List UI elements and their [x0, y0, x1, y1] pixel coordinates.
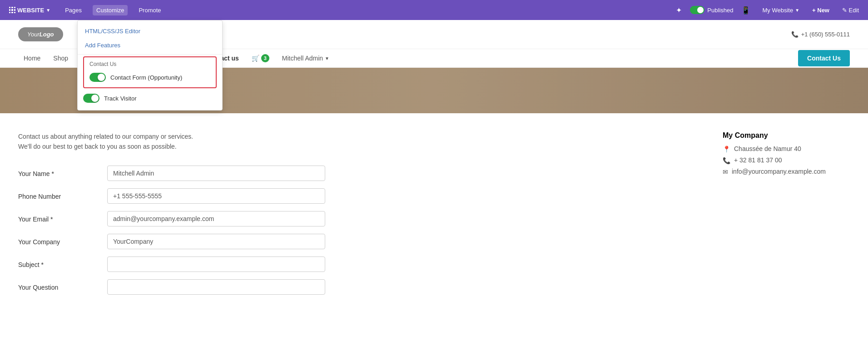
name-label: Your Name *	[18, 166, 100, 177]
company-phone-row: 📞 + 32 81 81 37 00	[723, 156, 850, 164]
promote-button[interactable]: Promote	[135, 5, 164, 15]
published-label: Published	[707, 7, 733, 14]
name-field-row: Your Name *	[18, 166, 695, 181]
track-visitor-label: Track Visitor	[104, 95, 137, 102]
company-input[interactable]	[107, 234, 325, 249]
cart-count: 3	[261, 54, 269, 62]
contact-us-section-box: Contact Us Contact Form (Opportunity)	[83, 56, 217, 88]
add-features-menu-item[interactable]: Add Features	[78, 38, 222, 52]
top-bar: WEBSITE ▼ Pages Customize Promote ✦ Publ…	[0, 0, 868, 20]
company-name: My Company	[723, 131, 850, 140]
name-input[interactable]	[107, 166, 325, 181]
phone-icon-info: 📞	[723, 157, 730, 164]
nav-home[interactable]: Home	[18, 49, 46, 67]
email-field-row: Your Email *	[18, 211, 695, 226]
pages-button[interactable]: Pages	[61, 5, 85, 15]
question-label: Your Question	[18, 279, 100, 291]
grid-icon	[9, 7, 15, 13]
subject-required: *	[41, 261, 44, 268]
header-phone: 📞 +1 (650) 555-0111	[791, 31, 850, 38]
subject-label: Subject *	[18, 256, 100, 268]
track-visitor-toggle[interactable]	[83, 94, 99, 103]
contact-form-label: Contact Form (Opportunity)	[110, 74, 182, 81]
customize-button[interactable]: Customize	[93, 5, 128, 15]
track-visitor-row: Track Visitor	[78, 90, 222, 106]
contact-form-section: Contact us about anything related to our…	[18, 131, 695, 302]
phone-icon: 📞	[791, 31, 799, 38]
phone-label: Phone Number	[18, 188, 100, 200]
phone-field-row: Phone Number	[18, 188, 695, 204]
subject-field-row: Subject *	[18, 256, 695, 272]
integrations-icon[interactable]: ✦	[673, 4, 684, 16]
new-button[interactable]: + New	[808, 5, 833, 15]
published-toggle[interactable]	[690, 6, 704, 14]
email-required: *	[50, 216, 53, 223]
admin-menu-button[interactable]: Mitchell Admin ▼	[277, 51, 335, 65]
html-editor-menu-item[interactable]: HTML/CSS/JS Editor	[78, 24, 222, 38]
website-label: WEBSITE	[17, 7, 44, 14]
chevron-down-icon-2: ▼	[795, 8, 799, 13]
email-label: Your Email *	[18, 211, 100, 223]
company-field-row: Your Company	[18, 234, 695, 249]
admin-label: Mitchell Admin	[282, 55, 323, 62]
contact-form-toggle[interactable]	[89, 73, 106, 82]
website-menu-button[interactable]: WEBSITE ▼	[5, 5, 54, 15]
logo-text: YourLogo	[27, 31, 54, 38]
customize-dropdown: HTML/CSS/JS Editor Add Features Contact …	[77, 20, 223, 111]
company-email-row: ✉ info@yourcompany.example.com	[723, 168, 850, 176]
edit-button[interactable]: ✎ Edit	[838, 5, 863, 15]
top-bar-left: WEBSITE ▼ Pages Customize Promote	[5, 5, 165, 15]
email-input[interactable]	[107, 211, 325, 226]
company-address: Chaussée de Namur 40	[734, 145, 801, 152]
question-input[interactable]	[107, 279, 325, 295]
chevron-down-icon-3: ▼	[325, 56, 329, 61]
nav-shop[interactable]: Shop	[48, 49, 74, 67]
company-phone: + 32 81 81 37 00	[734, 156, 782, 164]
main-content: Contact us about anything related to our…	[0, 113, 868, 320]
top-bar-right: ✦ Published 📱 My Website ▼ + New ✎ Edit	[673, 4, 863, 16]
my-website-label: My Website	[762, 7, 793, 14]
intro-text: Contact us about anything related to our…	[18, 131, 695, 152]
published-badge: Published	[690, 6, 733, 14]
intro-line1: Contact us about anything related to our…	[18, 131, 695, 141]
company-label: Your Company	[18, 234, 100, 246]
header-phone-number: +1 (650) 555-0111	[801, 31, 850, 38]
subject-input[interactable]	[107, 256, 325, 272]
email-icon: ✉	[723, 168, 728, 176]
contact-info-section: My Company 📍 Chaussée de Namur 40 📞 + 32…	[723, 131, 850, 302]
name-required: *	[51, 170, 54, 177]
my-website-button[interactable]: My Website ▼	[759, 5, 803, 15]
mobile-preview-icon[interactable]: 📱	[739, 4, 753, 16]
cart-icon: 🛒	[252, 55, 259, 62]
intro-line2: We'll do our best to get back to you as …	[18, 141, 695, 151]
question-field-row: Your Question	[18, 279, 695, 295]
company-address-row: 📍 Chaussée de Namur 40	[723, 145, 850, 153]
chevron-down-icon: ▼	[46, 8, 50, 13]
phone-input[interactable]	[107, 188, 325, 204]
section-box-label: Contact Us	[89, 61, 210, 67]
cart-button[interactable]: 🛒 3	[246, 50, 275, 66]
contact-form-toggle-row: Contact Form (Opportunity)	[89, 71, 210, 84]
site-logo[interactable]: YourLogo	[18, 27, 63, 41]
menu-divider	[78, 54, 222, 55]
location-icon: 📍	[723, 146, 730, 153]
contact-us-button[interactable]: Contact Us	[798, 50, 850, 66]
company-email: info@yourcompany.example.com	[732, 168, 826, 175]
